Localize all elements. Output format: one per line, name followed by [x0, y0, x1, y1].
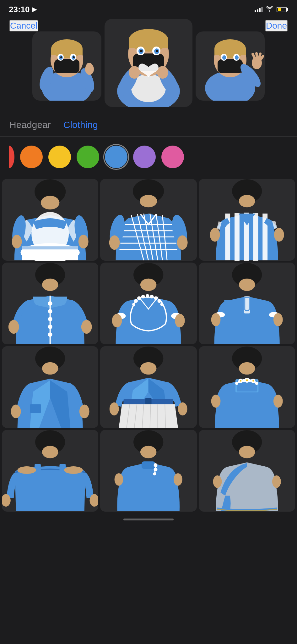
color-swatch-red[interactable] — [3, 146, 14, 168]
svg-point-108 — [112, 314, 122, 328]
svg-point-166 — [140, 446, 157, 458]
color-swatch-green[interactable] — [77, 146, 99, 168]
svg-point-152 — [246, 379, 248, 381]
svg-point-41 — [222, 55, 226, 60]
svg-point-42 — [235, 55, 239, 60]
svg-point-90 — [48, 317, 52, 321]
svg-point-119 — [42, 362, 58, 375]
svg-point-93 — [8, 320, 19, 334]
svg-line-46 — [256, 53, 257, 57]
time-display: 23:10 — [9, 5, 30, 14]
svg-point-174 — [239, 446, 255, 458]
svg-point-156 — [273, 395, 283, 408]
svg-point-172 — [174, 473, 182, 486]
svg-line-45 — [253, 54, 255, 58]
svg-point-101 — [150, 295, 154, 298]
svg-point-84 — [274, 228, 284, 242]
svg-point-96 — [140, 279, 157, 291]
svg-point-153 — [240, 380, 241, 382]
svg-point-154 — [252, 380, 254, 382]
clothing-item-11[interactable] — [100, 430, 197, 512]
svg-line-47 — [259, 54, 260, 58]
svg-point-124 — [140, 362, 157, 375]
color-swatch-orange[interactable] — [20, 146, 43, 168]
svg-point-163 — [18, 466, 36, 474]
color-swatch-purple[interactable] — [133, 146, 156, 168]
svg-point-56 — [78, 235, 89, 249]
clothing-item-10[interactable] — [2, 430, 98, 512]
svg-point-164 — [64, 466, 83, 474]
svg-point-176 — [272, 475, 281, 488]
svg-point-175 — [213, 475, 222, 488]
svg-point-155 — [211, 395, 220, 408]
svg-rect-4 — [51, 49, 83, 55]
svg-point-28 — [156, 50, 158, 52]
clothing-item-5[interactable] — [100, 263, 197, 344]
svg-rect-159 — [35, 464, 41, 473]
svg-rect-120 — [30, 404, 41, 413]
status-bar: 23:10 ▶ — [0, 0, 297, 17]
svg-point-122 — [79, 405, 89, 419]
color-swatch-blue[interactable] — [105, 146, 127, 168]
svg-point-94 — [81, 320, 92, 334]
clothing-item-6[interactable] — [199, 263, 295, 344]
svg-rect-160 — [59, 464, 66, 473]
cancel-button[interactable]: Cancel — [9, 20, 38, 31]
clothing-item-12[interactable] — [199, 430, 295, 512]
svg-point-83 — [210, 228, 220, 242]
svg-rect-37 — [214, 49, 246, 55]
svg-point-121 — [11, 405, 21, 419]
avatar-center — [105, 19, 192, 107]
clothing-item-9[interactable] — [199, 346, 295, 428]
svg-point-137 — [239, 362, 255, 375]
svg-point-58 — [140, 195, 157, 208]
svg-rect-79 — [253, 213, 258, 261]
clothing-item-4[interactable] — [2, 263, 98, 344]
svg-point-117 — [273, 313, 283, 326]
svg-point-86 — [42, 279, 58, 291]
color-swatch-yellow[interactable] — [48, 146, 71, 168]
svg-point-100 — [146, 294, 149, 298]
color-swatch-pink[interactable] — [161, 146, 184, 168]
location-icon: ▶ — [32, 6, 37, 13]
svg-point-99 — [141, 295, 145, 298]
clothing-item-2[interactable] — [100, 179, 197, 261]
svg-point-148 — [255, 382, 258, 385]
svg-point-10 — [60, 56, 62, 58]
tab-clothing[interactable]: Clothing — [63, 119, 98, 130]
svg-point-55 — [12, 235, 22, 249]
svg-point-92 — [48, 332, 52, 337]
svg-point-103 — [158, 299, 161, 303]
svg-point-32 — [157, 66, 168, 79]
svg-point-171 — [115, 473, 123, 486]
svg-point-158 — [42, 446, 58, 458]
avatar-right — [196, 31, 265, 101]
svg-point-73 — [177, 236, 188, 250]
tab-headgear[interactable]: Headgear — [9, 119, 51, 130]
signal-bar-4 — [261, 7, 263, 12]
color-selector — [0, 137, 297, 177]
signal-bar-3 — [259, 8, 261, 12]
svg-point-11 — [73, 56, 75, 58]
svg-point-91 — [48, 325, 52, 329]
svg-point-109 — [175, 314, 185, 328]
clothing-item-1[interactable] — [2, 179, 98, 261]
svg-point-27 — [140, 50, 143, 52]
clothing-item-3[interactable] — [199, 179, 295, 261]
signal-bar-2 — [257, 9, 258, 12]
avatar-left — [32, 31, 101, 101]
done-button[interactable]: Done — [265, 20, 288, 31]
clothing-item-8[interactable] — [100, 346, 197, 428]
status-time: 23:10 ▶ — [9, 5, 37, 14]
svg-rect-21 — [129, 40, 168, 48]
signal-bar-1 — [255, 10, 256, 12]
svg-point-135 — [178, 402, 187, 416]
svg-point-98 — [137, 296, 141, 300]
svg-rect-14 — [86, 63, 92, 72]
svg-point-75 — [239, 195, 255, 208]
svg-rect-38 — [218, 59, 243, 73]
wifi-icon — [266, 6, 273, 13]
status-icons — [255, 6, 288, 13]
clothing-item-7[interactable] — [2, 346, 98, 428]
svg-point-50 — [41, 196, 59, 210]
